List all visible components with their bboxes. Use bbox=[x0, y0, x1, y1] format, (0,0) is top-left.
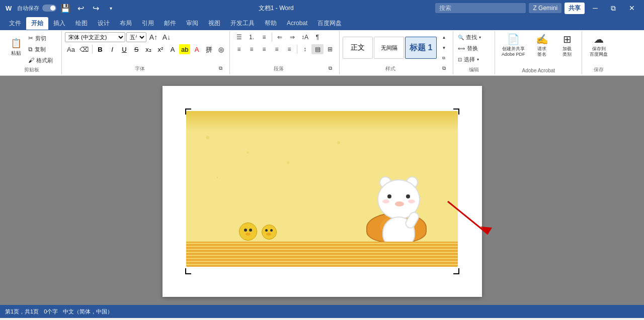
format-painter-icon: 🖌 bbox=[28, 57, 34, 64]
increase-font-button[interactable]: A↑ bbox=[147, 32, 159, 42]
superscript-button[interactable]: x² bbox=[155, 44, 166, 54]
text-effect-button[interactable]: A bbox=[167, 44, 178, 54]
edit-group-label: 编辑 bbox=[456, 66, 492, 73]
strikethrough-button[interactable]: S bbox=[131, 44, 142, 54]
style-heading1[interactable]: 标题 1 bbox=[405, 37, 437, 59]
tab-file[interactable]: 文件 bbox=[4, 17, 26, 30]
bold-button[interactable]: B bbox=[95, 44, 106, 54]
copy-button[interactable]: ⧉ 复制 bbox=[28, 44, 58, 54]
paste-icon: 📋 bbox=[11, 38, 22, 49]
tab-layout[interactable]: 布局 bbox=[115, 17, 137, 30]
corner-marker-br bbox=[453, 268, 459, 274]
shading-button[interactable]: ▤ bbox=[311, 44, 324, 54]
redo-button[interactable]: ↪ bbox=[90, 3, 102, 13]
save-baidu-button[interactable]: ☁ 保存到百度网盘 bbox=[585, 32, 612, 58]
highlight-button[interactable]: ab bbox=[179, 44, 190, 54]
decrease-indent-button[interactable]: ⇐ bbox=[274, 32, 286, 42]
tab-insert[interactable]: 插入 bbox=[48, 17, 70, 30]
find-button[interactable]: 🔍 查找 ▾ bbox=[456, 32, 492, 42]
distribute-button[interactable]: ≡ bbox=[283, 44, 295, 54]
styles-down-button[interactable]: ▼ bbox=[438, 43, 450, 53]
show-formatting-button[interactable]: ¶ bbox=[311, 32, 324, 42]
ribbon-group-styles: 正文 无间隔 标题 1 ▲ ▼ ⧉ 样式 ⧉ bbox=[340, 31, 453, 74]
styles-dialog-button[interactable]: ⧉ bbox=[438, 63, 450, 73]
customize-qat-button[interactable]: ▾ bbox=[105, 3, 117, 13]
user-account-button[interactable]: Z Gemini bbox=[529, 3, 561, 13]
clear-format-button[interactable]: ⌫ bbox=[78, 44, 90, 54]
style-no-spacing[interactable]: 无间隔 bbox=[374, 37, 404, 59]
add-icon: ⊞ bbox=[563, 33, 572, 45]
style-normal[interactable]: 正文 bbox=[343, 37, 373, 59]
document-page[interactable] bbox=[163, 86, 482, 297]
borders-button[interactable]: ⊞ bbox=[324, 44, 336, 54]
styles-group-label: 样式 bbox=[343, 65, 438, 72]
restore-button[interactable]: ⧉ bbox=[606, 0, 621, 16]
phonetic-button[interactable]: 拼 bbox=[203, 44, 214, 54]
select-button[interactable]: ⊡ 选择 ▾ bbox=[456, 54, 492, 64]
tab-acrobat[interactable]: Acrobat bbox=[282, 18, 312, 29]
dot-decor bbox=[337, 141, 340, 144]
format-painter-button[interactable]: 🖌 格式刷 bbox=[28, 55, 58, 65]
corner-marker-bl bbox=[185, 268, 191, 274]
justify-button[interactable]: ≡ bbox=[271, 44, 283, 54]
image-top-decoration bbox=[186, 111, 458, 131]
document-area bbox=[0, 76, 644, 305]
dot-decor bbox=[287, 161, 289, 164]
pdf-icon: 📄 bbox=[507, 33, 520, 45]
undo-button[interactable]: ↩ bbox=[74, 3, 87, 13]
italic-button[interactable]: I bbox=[107, 44, 118, 54]
dot-decor bbox=[247, 151, 249, 154]
search-input[interactable] bbox=[435, 3, 526, 13]
numbering-button[interactable]: 1. bbox=[246, 32, 258, 42]
align-left-button[interactable]: ≡ bbox=[233, 44, 245, 54]
autosave-toggle[interactable] bbox=[42, 5, 56, 12]
underline-button[interactable]: U bbox=[119, 44, 130, 54]
font-color-button[interactable]: A bbox=[191, 44, 202, 54]
cut-button[interactable]: ✂ 剪切 bbox=[28, 33, 58, 43]
tab-references[interactable]: 引用 bbox=[137, 17, 159, 30]
sort-button[interactable]: ↕A bbox=[299, 32, 311, 42]
save-button[interactable]: 💾 bbox=[59, 3, 71, 13]
subscript-button[interactable]: x₂ bbox=[143, 44, 154, 54]
font-family-select[interactable]: 宋体 (中文正文) bbox=[65, 32, 125, 42]
create-pdf-button[interactable]: 📄 创建并共享Adobe PDF bbox=[498, 32, 528, 58]
share-button[interactable]: 共享 bbox=[565, 3, 585, 14]
align-center-button[interactable]: ≡ bbox=[246, 44, 258, 54]
request-sign-button[interactable]: ✍ 请求签名 bbox=[530, 32, 553, 58]
tab-mailings[interactable]: 邮件 bbox=[159, 17, 181, 30]
tab-draw[interactable]: 绘图 bbox=[70, 17, 93, 30]
add-category-button[interactable]: ⊞ 加载类别 bbox=[555, 32, 579, 58]
minimize-button[interactable]: ─ bbox=[588, 0, 603, 16]
replace-button[interactable]: ⟺ 替换 bbox=[456, 43, 492, 53]
select-dropdown-icon: ▾ bbox=[477, 57, 479, 62]
font-dialog-button[interactable]: ⧉ bbox=[214, 63, 226, 73]
svg-text:W: W bbox=[6, 5, 12, 12]
tab-home[interactable]: 开始 bbox=[26, 17, 48, 30]
decrease-font-button[interactable]: A↓ bbox=[160, 32, 173, 42]
bear-character bbox=[377, 176, 420, 232]
font-size-select[interactable]: 五号 bbox=[126, 32, 146, 42]
tab-view[interactable]: 视图 bbox=[203, 17, 225, 30]
styles-up-button[interactable]: ▲ bbox=[438, 32, 450, 42]
page-image bbox=[186, 111, 458, 267]
paste-button[interactable]: 📋 粘贴 bbox=[5, 32, 27, 62]
close-button[interactable]: ✕ bbox=[624, 0, 640, 16]
encircle-button[interactable]: ◎ bbox=[215, 44, 226, 54]
change-case-button[interactable]: Aa bbox=[65, 44, 77, 54]
tab-design[interactable]: 设计 bbox=[93, 17, 115, 30]
bullets-button[interactable]: ☰ bbox=[233, 32, 245, 42]
multilevel-button[interactable]: ≡ bbox=[258, 32, 270, 42]
tab-developer[interactable]: 开发工具 bbox=[225, 17, 260, 30]
line-spacing-button[interactable]: ↕ bbox=[299, 44, 311, 54]
increase-indent-button[interactable]: ⇒ bbox=[286, 32, 298, 42]
styles-more-button[interactable]: ⧉ bbox=[438, 53, 450, 63]
paragraph-dialog-button[interactable]: ⧉ bbox=[324, 63, 336, 73]
tab-baidu[interactable]: 百度网盘 bbox=[312, 17, 347, 30]
align-right-button[interactable]: ≡ bbox=[258, 44, 270, 54]
ribbon-group-clipboard: 📋 粘贴 ✂ 剪切 ⧉ 复制 🖌 格式刷 剪贴板 bbox=[2, 31, 62, 74]
tab-review[interactable]: 审阅 bbox=[181, 17, 203, 30]
tab-help[interactable]: 帮助 bbox=[260, 17, 282, 30]
ribbon-group-acrobat: 📄 创建并共享Adobe PDF ✍ 请求签名 ⊞ 加载类别 Adobe Acr… bbox=[495, 31, 582, 74]
chick-character-2 bbox=[262, 225, 277, 240]
chick-character-1 bbox=[239, 223, 257, 241]
